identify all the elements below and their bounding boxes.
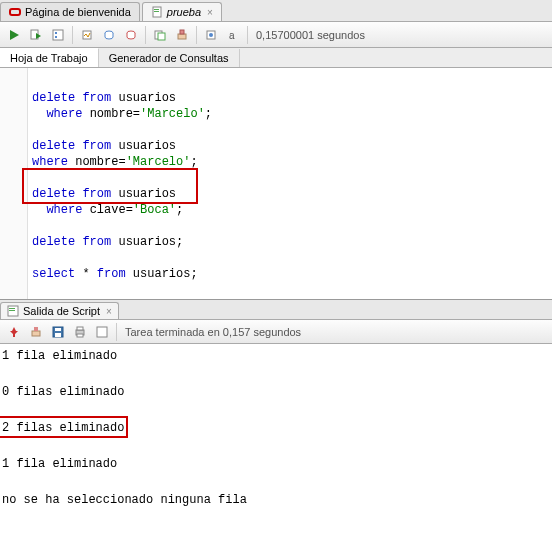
svg-rect-30 (77, 334, 83, 337)
kw-from: from (82, 139, 111, 153)
svg-rect-7 (53, 30, 63, 40)
sql-file-icon (151, 6, 163, 18)
tab-prueba[interactable]: prueba × (142, 2, 222, 21)
svg-rect-8 (55, 32, 57, 34)
run-script-button[interactable] (26, 25, 46, 45)
ident: usuarios; (133, 267, 198, 281)
output-line: no se ha seleccionado ninguna fila (2, 492, 550, 508)
svg-rect-15 (178, 34, 186, 39)
kw-from: from (97, 267, 126, 281)
output-tabbar: Salida de Script × (0, 300, 552, 320)
output-line: 2 filas eliminado (2, 420, 550, 436)
separator (72, 26, 73, 44)
editor-gutter (0, 68, 28, 299)
run-button[interactable] (4, 25, 24, 45)
kw-select: select (32, 267, 75, 281)
tab-label: Página de bienvenida (25, 6, 131, 18)
kw-delete: delete (32, 235, 75, 249)
kw-from: from (82, 91, 111, 105)
kw-from: from (82, 235, 111, 249)
svg-text:a: a (229, 30, 235, 41)
kw-where: where (46, 203, 82, 217)
tab-label: prueba (167, 6, 201, 18)
ident: usuarios (118, 139, 176, 153)
kw-delete: delete (32, 91, 75, 105)
output-toolbar: Tarea terminada en 0,157 segundos (0, 320, 552, 344)
svg-rect-3 (154, 11, 159, 12)
main-toolbar: a 0,15700001 segundos (0, 22, 552, 48)
semicolon: ; (190, 155, 197, 169)
output-line: 1 fila eliminado (2, 348, 550, 364)
svg-rect-22 (9, 310, 15, 311)
kw-delete: delete (32, 139, 75, 153)
separator (196, 26, 197, 44)
star: * (82, 267, 89, 281)
clear-button[interactable] (172, 25, 192, 45)
string-literal: 'Marcelo' (126, 155, 191, 169)
kw-delete: delete (32, 187, 75, 201)
kw-where: where (46, 107, 82, 121)
close-icon[interactable]: × (106, 306, 112, 317)
tab-script-output[interactable]: Salida de Script × (0, 302, 119, 319)
worksheet-subtabs: Hoja de Trabajo Generador de Consultas (0, 48, 552, 68)
subtab-worksheet[interactable]: Hoja de Trabajo (0, 48, 99, 67)
script-output[interactable]: 1 fila eliminado 0 filas eliminado 2 fil… (0, 344, 552, 546)
tab-welcome[interactable]: Página de bienvenida (0, 2, 140, 21)
ident: nombre= (75, 155, 125, 169)
separator (145, 26, 146, 44)
close-icon[interactable]: × (207, 7, 213, 18)
output-status: Tarea terminada en 0,157 segundos (125, 326, 301, 338)
subtab-querybuilder[interactable]: Generador de Consultas (99, 49, 240, 67)
svg-marker-4 (10, 30, 19, 40)
explain-plan-button[interactable] (48, 25, 68, 45)
task-button[interactable] (92, 322, 112, 342)
ident: nombre= (90, 107, 140, 121)
svg-rect-24 (34, 327, 38, 331)
output-line: 1 fila eliminado (2, 456, 550, 472)
ident: clave= (90, 203, 133, 217)
unshared-button[interactable] (150, 25, 170, 45)
autotrace-button[interactable] (77, 25, 97, 45)
rollback-button[interactable] (121, 25, 141, 45)
oracle-icon (9, 6, 21, 18)
clear-output-button[interactable] (26, 322, 46, 342)
print-output-button[interactable] (70, 322, 90, 342)
separator (116, 323, 117, 341)
svg-rect-26 (55, 328, 61, 331)
editor-content[interactable]: delete from usuarios where nombre='Marce… (28, 68, 552, 299)
kw-from: from (82, 187, 111, 201)
pin-button[interactable] (4, 322, 24, 342)
svg-rect-9 (55, 36, 57, 38)
output-tab-label: Salida de Script (23, 305, 100, 317)
kw-where: where (32, 155, 68, 169)
svg-rect-16 (180, 30, 184, 34)
commit-button[interactable] (99, 25, 119, 45)
string-literal: 'Marcelo' (140, 107, 205, 121)
svg-rect-14 (158, 33, 165, 40)
svg-point-18 (209, 33, 213, 37)
save-output-button[interactable] (48, 322, 68, 342)
output-line: 0 filas eliminado (2, 384, 550, 400)
svg-rect-2 (154, 9, 159, 10)
semicolon: ; (176, 203, 183, 217)
semicolon: ; (205, 107, 212, 121)
svg-rect-27 (55, 333, 61, 337)
script-output-icon (7, 305, 19, 317)
svg-rect-0 (10, 9, 20, 15)
ident: usuarios (118, 187, 176, 201)
file-tabbar: Página de bienvenida prueba × (0, 0, 552, 22)
svg-rect-21 (9, 308, 15, 309)
ident: usuarios (118, 91, 176, 105)
svg-rect-31 (97, 327, 107, 337)
separator (247, 26, 248, 44)
svg-rect-29 (77, 327, 83, 330)
svg-rect-23 (32, 331, 40, 336)
sql-editor: delete from usuarios where nombre='Marce… (0, 68, 552, 300)
string-literal: 'Boca' (133, 203, 176, 217)
ident: usuarios; (118, 235, 183, 249)
to-upper-button[interactable]: a (223, 25, 243, 45)
toolbar-status: 0,15700001 segundos (256, 29, 365, 41)
sql-history-button[interactable] (201, 25, 221, 45)
